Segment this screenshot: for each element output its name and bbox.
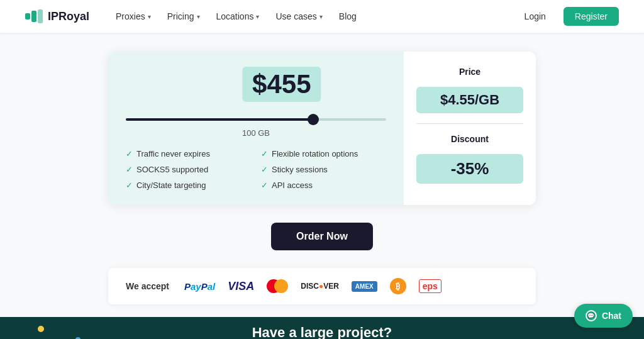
feature-api: ✓ API access [261, 181, 386, 190]
gb-slider[interactable] [126, 118, 386, 121]
nav-pricing[interactable]: Pricing ▾ [161, 8, 206, 25]
slider-container [126, 112, 386, 123]
nav-actions: Login Register [514, 7, 619, 26]
feature-sticky: ✓ Sticky sessions [261, 165, 386, 174]
price-amount: $455 [242, 67, 321, 102]
chat-bubble-icon: 💬 [586, 310, 597, 321]
divider [416, 123, 523, 124]
nav-locations[interactable]: Locations ▾ [210, 8, 266, 25]
pricing-left: $455 100 GB ✓ Traffic never expires ✓ Fl… [108, 52, 404, 205]
paypal-icon: PayPal [184, 281, 215, 292]
logo[interactable]: IPRoyal [25, 9, 89, 23]
chevron-down-icon: ▾ [319, 13, 323, 20]
svg-rect-1 [31, 11, 36, 22]
features-grid: ✓ Traffic never expires ✓ Flexible rotat… [126, 149, 386, 190]
check-icon: ✓ [126, 181, 133, 190]
feature-traffic: ✓ Traffic never expires [126, 149, 251, 158]
svg-rect-2 [38, 9, 43, 23]
logo-text: IPRoyal [48, 10, 89, 23]
price-per-gb-value: $4.55/GB [416, 87, 523, 113]
chevron-down-icon: ▾ [256, 13, 259, 20]
discover-icon: DISC●VER [301, 282, 339, 291]
check-icon: ✓ [126, 165, 133, 174]
chat-button[interactable]: 💬 Chat [574, 304, 633, 328]
amex-icon: AMEX [352, 281, 377, 292]
check-icon: ✓ [261, 165, 268, 174]
pricing-right: Price $4.55/GB Discount -35% [404, 52, 536, 205]
eps-icon: eps [419, 279, 441, 293]
feature-rotation: ✓ Flexible rotation options [261, 149, 386, 158]
chevron-down-icon: ▾ [148, 13, 151, 20]
slider-label: 100 GB [126, 128, 386, 138]
payment-section: We accept PayPal VISA DISC●VER AMEX ₿ ep… [108, 268, 536, 304]
check-icon: ✓ [261, 149, 268, 158]
navbar: IPRoyal Proxies ▾ Pricing ▾ Locations ▾ … [0, 0, 644, 33]
payment-label: We accept [126, 281, 169, 291]
price-per-gb-label: Price [459, 67, 480, 77]
nav-use-cases[interactable]: Use cases ▾ [269, 8, 328, 25]
visa-icon: VISA [228, 280, 254, 293]
feature-socks5: ✓ SOCKS5 supported [126, 165, 251, 174]
chat-label: Chat [602, 311, 621, 321]
mastercard-icon [267, 279, 288, 293]
order-now-button[interactable]: Order Now [271, 223, 373, 250]
pricing-card: $455 100 GB ✓ Traffic never expires ✓ Fl… [108, 52, 536, 205]
nav-proxies[interactable]: Proxies ▾ [109, 8, 157, 25]
check-icon: ✓ [126, 149, 133, 158]
order-section: Order Now [108, 223, 536, 250]
discount-label: Discount [451, 134, 489, 144]
payment-icons: PayPal VISA DISC●VER AMEX ₿ eps [184, 278, 441, 294]
nav-blog[interactable]: Blog [333, 8, 363, 25]
chevron-down-icon: ▾ [197, 13, 200, 20]
dot-yellow [38, 326, 44, 332]
footer-banner-text: Have a large project? [252, 325, 392, 339]
check-icon: ✓ [261, 181, 268, 190]
footer-banner: Have a large project? [0, 317, 644, 339]
svg-rect-0 [25, 13, 30, 19]
bitcoin-icon: ₿ [390, 278, 406, 294]
register-button[interactable]: Register [564, 7, 619, 26]
login-button[interactable]: Login [514, 8, 556, 25]
nav-links: Proxies ▾ Pricing ▾ Locations ▾ Use case… [109, 8, 514, 25]
discount-value: -35% [416, 154, 523, 184]
feature-citystate: ✓ City/State targeting [126, 181, 251, 190]
